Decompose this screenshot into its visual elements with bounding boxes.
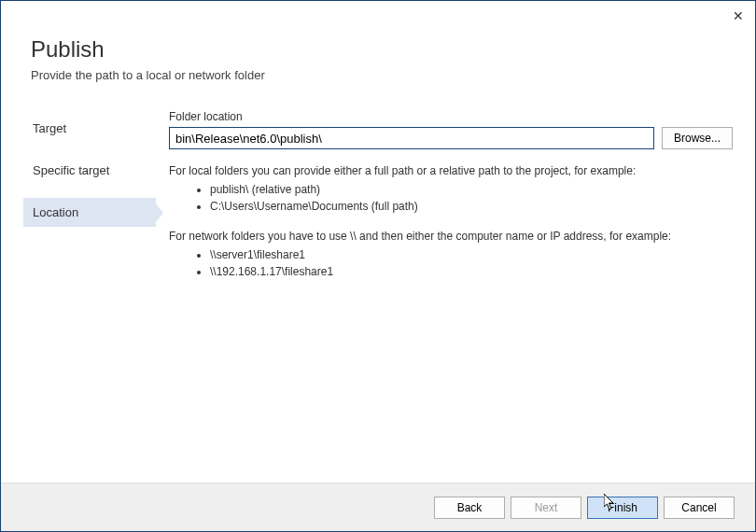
finish-button[interactable]: Finish — [587, 497, 658, 519]
header: Publish Provide the path to a local or n… — [1, 1, 755, 99]
close-icon[interactable]: ✕ — [733, 8, 744, 23]
sidebar: Target Specific target Location — [23, 110, 156, 293]
sidebar-item-location[interactable]: Location — [23, 198, 156, 227]
next-button: Next — [511, 497, 581, 519]
help-bullet: \\server1\fileshare1 — [210, 246, 733, 263]
main-panel: Folder location Browse... For local fold… — [156, 110, 733, 293]
sidebar-item-label: Specific target — [33, 163, 109, 177]
help-text: For network folders you have to use \\ a… — [169, 228, 733, 245]
sidebar-item-specific-target[interactable]: Specific target — [23, 156, 156, 185]
page-subtitle: Provide the path to a local or network f… — [31, 68, 725, 82]
help-bullet: C:\Users\Username\Documents (full path) — [210, 198, 733, 215]
sidebar-item-target[interactable]: Target — [23, 114, 156, 143]
sidebar-item-label: Target — [33, 121, 66, 135]
local-folder-help: For local folders you can provide either… — [169, 162, 733, 215]
browse-button[interactable]: Browse... — [662, 127, 733, 149]
help-bullet: \\192.168.1.17\fileshare1 — [210, 263, 733, 280]
page-title: Publish — [31, 36, 725, 63]
help-bullet: publish\ (relative path) — [210, 181, 733, 198]
sidebar-item-label: Location — [33, 205, 78, 219]
folder-location-input[interactable] — [169, 127, 654, 149]
cancel-button[interactable]: Cancel — [664, 497, 735, 519]
help-text: For local folders you can provide either… — [169, 162, 733, 179]
network-folder-help: For network folders you have to use \\ a… — [169, 228, 733, 280]
folder-location-label: Folder location — [169, 110, 733, 123]
back-button[interactable]: Back — [434, 497, 505, 519]
footer: Back Next Finish Cancel — [1, 483, 755, 531]
